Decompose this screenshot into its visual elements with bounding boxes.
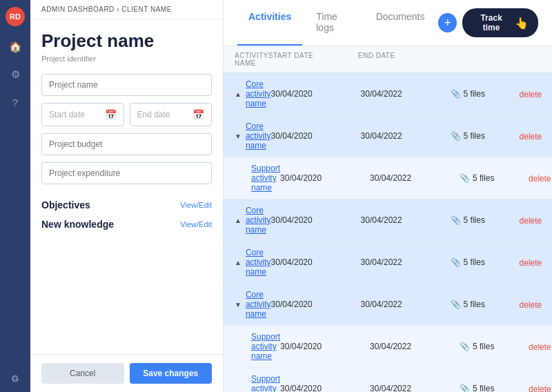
end-date-field[interactable]: End date 📅: [130, 103, 213, 126]
google-icon[interactable]: G: [8, 371, 22, 385]
avatar[interactable]: RD: [6, 7, 25, 26]
delete-link[interactable]: delete: [529, 174, 551, 184]
main-header: Activities Time logs Documents + Track t…: [224, 0, 552, 46]
files-cell[interactable]: 📎 5 files: [460, 342, 529, 351]
chevron-down-icon[interactable]: ▼: [235, 301, 241, 308]
chevron-up-icon[interactable]: ▲: [235, 217, 241, 224]
attachment-icon: 📎: [451, 300, 461, 309]
tab-activities[interactable]: Activities: [237, 0, 302, 46]
add-activity-button[interactable]: +: [438, 13, 457, 32]
start-date-cell: 30/04/2020: [271, 257, 361, 267]
left-footer: Cancel Save changes: [30, 354, 223, 392]
files-cell[interactable]: 📎 5 files: [451, 131, 520, 141]
chevron-down-icon[interactable]: ▼: [235, 133, 241, 140]
files-count: 5 files: [464, 257, 485, 267]
start-date-cell: 30/04/2020: [271, 300, 361, 309]
activity-name-link[interactable]: Core activity name: [246, 290, 271, 319]
header-actions: + Track time 👆: [438, 8, 538, 37]
delete-link[interactable]: delete: [520, 258, 542, 268]
start-date-field[interactable]: Start date 📅: [41, 103, 124, 126]
col-actions: [517, 52, 552, 67]
objectives-view-edit-link[interactable]: View/Edit: [180, 201, 212, 209]
end-date-cell: 30/04/2022: [370, 384, 460, 392]
project-title: Project name: [41, 30, 212, 52]
help-icon[interactable]: ?: [8, 95, 22, 109]
activity-name-link[interactable]: Core activity name: [246, 79, 271, 108]
project-identifier-label: Project identifier: [41, 55, 212, 63]
attachment-icon: 📎: [451, 215, 461, 225]
activity-name-link[interactable]: Core activity name: [246, 121, 271, 150]
home-icon[interactable]: 🏠: [8, 40, 22, 54]
start-date-cell: 30/04/2020: [280, 173, 370, 183]
save-button[interactable]: Save changes: [130, 363, 213, 384]
files-cell[interactable]: 📎 5 files: [451, 300, 520, 309]
track-time-button[interactable]: Track time 👆: [462, 8, 538, 37]
delete-link[interactable]: delete: [529, 342, 551, 352]
tab-time-logs[interactable]: Time logs: [305, 0, 362, 46]
attachment-icon: 📎: [451, 257, 461, 267]
activity-name-cell: ▲ Core activity name: [235, 206, 271, 235]
activity-name-cell: ▲ Core activity name: [235, 79, 271, 108]
end-date-cell: 30/04/2022: [361, 89, 451, 99]
activity-name-link[interactable]: Support activity name: [251, 164, 280, 193]
end-date-cell: 30/04/2022: [361, 215, 451, 225]
settings-icon[interactable]: ⚙: [8, 68, 22, 81]
table-row: Support activity name 30/04/2020 30/04/2…: [224, 326, 552, 368]
delete-link[interactable]: delete: [520, 300, 542, 310]
activity-name-link[interactable]: Core activity name: [246, 206, 271, 235]
files-cell[interactable]: 📎 5 files: [460, 384, 529, 392]
delete-cell: delete: [529, 342, 552, 352]
files-cell[interactable]: 📎 5 files: [451, 257, 520, 267]
delete-link[interactable]: delete: [520, 132, 542, 141]
new-knowledge-row: New knowledge View/Edit: [41, 219, 212, 230]
date-row: Start date 📅 End date 📅: [41, 103, 212, 126]
main-panel: Activities Time logs Documents + Track t…: [224, 0, 552, 392]
files-cell[interactable]: 📎 5 files: [451, 215, 520, 225]
start-date-cell: 30/04/2020: [280, 384, 370, 392]
end-date-calendar-icon[interactable]: 📅: [193, 109, 204, 120]
activity-name-cell: ▼ Core activity name: [235, 290, 271, 319]
files-cell[interactable]: 📎 5 files: [460, 173, 529, 183]
start-date-calendar-icon[interactable]: 📅: [105, 109, 117, 120]
col-end-date: END DATE: [358, 52, 448, 67]
rows-container: ▲ Core activity name 30/04/2020 30/04/20…: [224, 73, 552, 392]
project-expenditure-input[interactable]: [41, 162, 212, 184]
table-header: ACTIVITY NAME START DATE END DATE: [224, 46, 552, 73]
table-row: Support activity name 30/04/2020 30/04/2…: [224, 157, 552, 199]
start-date-cell: 30/04/2020: [271, 215, 361, 225]
col-activity-name: ACTIVITY NAME: [235, 52, 268, 67]
chevron-up-icon[interactable]: ▲: [235, 259, 241, 266]
delete-cell: delete: [529, 173, 552, 184]
chevron-up-icon[interactable]: ▲: [235, 90, 241, 98]
table-row: Support activity name 30/04/2020 30/04/2…: [224, 368, 552, 392]
activity-name-link[interactable]: Support activity name: [251, 374, 280, 392]
activity-name-link[interactable]: Core activity name: [246, 248, 271, 277]
new-knowledge-label: New knowledge: [41, 219, 114, 230]
files-count: 5 files: [464, 89, 485, 99]
delete-cell: delete: [520, 215, 552, 226]
attachment-icon: 📎: [460, 384, 470, 392]
objectives-row: Objectives View/Edit: [41, 199, 212, 210]
files-count: 5 files: [473, 173, 494, 183]
delete-cell: delete: [520, 257, 552, 268]
breadcrumb-client: CLIENT NAME: [121, 6, 172, 13]
attachment-icon: 📎: [451, 89, 461, 99]
delete-link[interactable]: delete: [520, 90, 542, 99]
table-row: ▲ Core activity name 30/04/2020 30/04/20…: [224, 73, 552, 115]
delete-link[interactable]: delete: [520, 216, 542, 226]
start-date-cell: 30/04/2020: [280, 342, 370, 351]
project-name-input[interactable]: [41, 74, 212, 96]
files-cell[interactable]: 📎 5 files: [451, 89, 520, 99]
breadcrumb-admin: ADMIN DASHBOARD: [41, 6, 115, 13]
new-knowledge-view-edit-link[interactable]: View/Edit: [180, 220, 212, 228]
cancel-button[interactable]: Cancel: [41, 363, 124, 384]
delete-link[interactable]: delete: [529, 384, 551, 393]
activity-name-link[interactable]: Support activity name: [251, 332, 280, 361]
tab-documents[interactable]: Documents: [365, 0, 436, 46]
delete-cell: delete: [529, 384, 552, 393]
table-row: ▼ Core activity name 30/04/2020 30/04/20…: [224, 115, 552, 157]
end-date-cell: 30/04/2022: [361, 300, 451, 309]
activity-name-cell: Support activity name: [251, 164, 280, 193]
activities-table: ACTIVITY NAME START DATE END DATE ▲ Core…: [224, 46, 552, 392]
project-budget-input[interactable]: [41, 133, 212, 155]
